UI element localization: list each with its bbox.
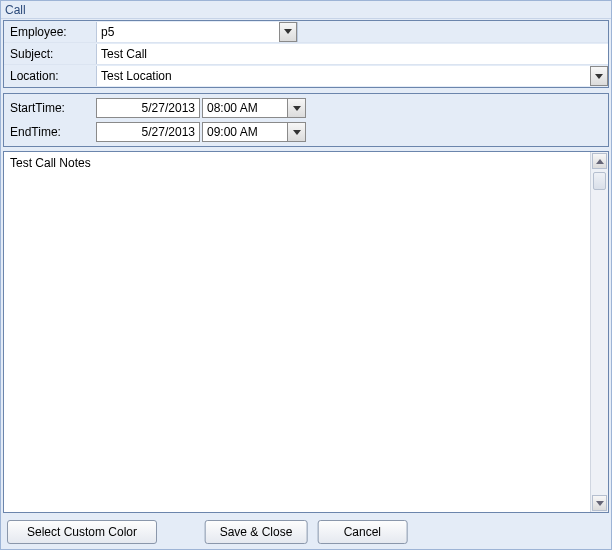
chevron-up-icon xyxy=(596,159,604,164)
header-form: Employee: Subject: Location: xyxy=(3,20,609,88)
location-label: Location: xyxy=(4,66,96,86)
save-close-button[interactable]: Save & Close xyxy=(205,520,308,544)
chevron-down-icon xyxy=(596,501,604,506)
datetime-form: StartTime: EndTime: xyxy=(3,93,609,147)
window-title: Call xyxy=(1,1,611,19)
svg-marker-5 xyxy=(596,501,604,506)
employee-dropdown-button[interactable] xyxy=(279,22,297,42)
employee-field xyxy=(96,22,608,42)
scroll-down-button[interactable] xyxy=(592,495,607,511)
cancel-button[interactable]: Cancel xyxy=(317,520,407,544)
chevron-down-icon xyxy=(293,106,301,111)
employee-input[interactable] xyxy=(97,22,279,42)
scroll-thumb[interactable] xyxy=(593,172,606,190)
select-custom-color-button[interactable]: Select Custom Color xyxy=(7,520,157,544)
subject-input[interactable] xyxy=(97,44,608,64)
end-time-dropdown-button[interactable] xyxy=(288,122,306,142)
employee-combo xyxy=(97,22,297,42)
location-row: Location: xyxy=(4,65,608,87)
employee-spacer xyxy=(297,22,608,42)
endtime-label: EndTime: xyxy=(4,122,96,142)
subject-label: Subject: xyxy=(4,44,96,64)
location-dropdown-button[interactable] xyxy=(590,66,608,86)
subject-row: Subject: xyxy=(4,43,608,65)
svg-marker-0 xyxy=(284,29,292,34)
svg-marker-3 xyxy=(293,130,301,135)
chevron-down-icon xyxy=(284,29,292,34)
employee-label: Employee: xyxy=(4,22,96,42)
location-field xyxy=(96,66,608,86)
start-date-input[interactable] xyxy=(96,98,200,118)
end-date-input[interactable] xyxy=(96,122,200,142)
end-time-combo xyxy=(202,122,306,142)
svg-marker-1 xyxy=(595,74,603,79)
call-dialog: Call Employee: Subject: Location: xyxy=(0,0,612,550)
notes-area xyxy=(3,151,609,513)
chevron-down-icon xyxy=(293,130,301,135)
location-combo xyxy=(97,66,608,86)
scroll-up-button[interactable] xyxy=(592,153,607,169)
notes-textarea[interactable] xyxy=(4,152,590,512)
end-time-input[interactable] xyxy=(202,122,288,142)
bottom-bar: Select Custom Color Save & Close Cancel xyxy=(1,515,611,549)
start-time-dropdown-button[interactable] xyxy=(288,98,306,118)
svg-marker-4 xyxy=(596,159,604,164)
subject-field xyxy=(96,44,608,64)
start-time-combo xyxy=(202,98,306,118)
starttime-label: StartTime: xyxy=(4,98,96,118)
start-time-input[interactable] xyxy=(202,98,288,118)
employee-row: Employee: xyxy=(4,21,608,43)
starttime-row: StartTime: xyxy=(4,96,608,120)
location-input[interactable] xyxy=(97,66,590,86)
chevron-down-icon xyxy=(595,74,603,79)
svg-marker-2 xyxy=(293,106,301,111)
center-buttons: Save & Close Cancel xyxy=(205,520,408,544)
endtime-row: EndTime: xyxy=(4,120,608,144)
notes-scrollbar[interactable] xyxy=(590,152,608,512)
